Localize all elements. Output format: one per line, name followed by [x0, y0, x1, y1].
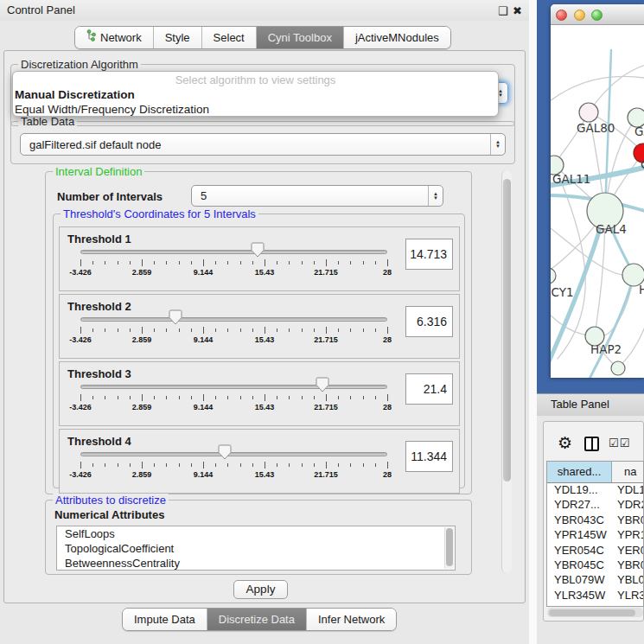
network-edge [551, 76, 644, 104]
tab-label: jActiveMNodules [355, 27, 439, 48]
node-label: H [639, 283, 644, 296]
tab-jactivemnodules[interactable]: jActiveMNodules [343, 27, 450, 48]
settings-scrollbar[interactable] [501, 170, 512, 573]
zoom-traffic-light[interactable] [591, 10, 603, 21]
network-tree-icon [86, 27, 96, 48]
panel-divider [529, 0, 537, 644]
cell-shared-name: YBR045C [547, 558, 612, 573]
attribute-list-item[interactable]: BetweennessCentrality [57, 556, 455, 571]
network-node[interactable] [551, 268, 556, 284]
tab-style[interactable]: Style [153, 27, 201, 48]
algorithm-group-title: Discretization Algorithm [18, 58, 141, 71]
tab-network[interactable]: Network [75, 27, 153, 48]
numerical-attributes-list[interactable]: SelfLoopsTopologicalCoefficientBetweenne… [56, 526, 456, 571]
tab-label: Network [100, 27, 142, 48]
top-tab-bar: NetworkStyleSelectCyni ToolboxjActiveMNo… [74, 26, 451, 49]
num-intervals-value: 5 [192, 189, 428, 202]
table-row[interactable]: YBR045CYBR04 [547, 558, 643, 573]
table-row[interactable]: YIL052CYIL05 [547, 603, 643, 607]
slider-track[interactable] [80, 385, 387, 389]
attribute-list-item[interactable]: TopologicalCoefficient [57, 541, 455, 556]
cell-shared-name: YDR27... [547, 498, 612, 513]
table-data-group-title: Table Data [18, 115, 77, 128]
select-columns-icon[interactable]: ☑☑ [609, 437, 630, 450]
threshold-row: Threshold 4-3.4262.8599.14415.4321.71528… [59, 429, 460, 494]
threshold-value-field[interactable]: 11.344 [405, 441, 453, 472]
network-node[interactable] [579, 103, 598, 122]
cell-shared-name: YBL079W [547, 573, 612, 588]
thresholds-groupbox: Threshold's Coordinates for 5 Intervals … [53, 214, 465, 488]
minimize-traffic-light[interactable] [574, 10, 585, 21]
slider-ticks [80, 394, 387, 402]
node-label: C [641, 157, 644, 171]
tab-label: Infer Network [318, 609, 385, 630]
threshold-label: Threshold 2 [67, 300, 131, 313]
tab-discretize-data[interactable]: Discretize Data [207, 609, 306, 630]
table-panel-title: Table Panel [551, 398, 609, 411]
float-window-icon[interactable]: ❑ [498, 4, 508, 17]
table-row[interactable]: YBL079WYBL07 [547, 573, 643, 588]
table-row[interactable]: YER054CYER05 [547, 544, 643, 558]
close-traffic-light[interactable] [556, 10, 567, 21]
network-window-titlebar[interactable] [551, 4, 644, 25]
close-icon[interactable]: ✖ [513, 4, 522, 17]
table-data-combo[interactable]: galFiltered.sif default node ▲▼ [20, 133, 506, 156]
column-header-shared-name[interactable]: shared... [547, 462, 612, 482]
cell-name: YPR14 [612, 528, 643, 543]
settings-scrollbar-thumb[interactable] [503, 179, 511, 481]
popup-item-manual[interactable]: Manual Discretization [13, 87, 498, 102]
slider-track[interactable] [80, 452, 387, 456]
cell-name: YBR04 [612, 558, 643, 573]
list-scrollbar-thumb[interactable] [446, 528, 453, 566]
algorithm-dropdown-popup: Select algorithm to view settings Manual… [12, 71, 499, 117]
table-row[interactable]: YDL19...YDL19 [547, 483, 643, 498]
cell-shared-name: YIL052C [547, 603, 612, 607]
slider-track[interactable] [80, 317, 387, 322]
threshold-value-field[interactable]: 14.713 [405, 239, 453, 270]
node-label: GAL4 [596, 222, 627, 236]
attribute-list-item[interactable]: SelfLoops [57, 526, 455, 541]
bottom-tab-bar: Impute DataDiscretize DataInfer Network [122, 608, 397, 631]
threshold-value-field[interactable]: 21.4 [405, 373, 453, 405]
apply-button[interactable]: Apply [233, 580, 288, 599]
interval-definition-title: Interval Definition [53, 165, 144, 178]
slider-thumb[interactable] [169, 309, 182, 326]
table-scrollbar-thumb[interactable] [549, 609, 635, 616]
slider-thumb[interactable] [218, 444, 232, 461]
tab-label: Style [165, 27, 190, 48]
table-row[interactable]: YLR345WYLR34 [547, 589, 643, 603]
num-intervals-combo[interactable]: 5 ▲▼ [191, 185, 443, 207]
network-node[interactable] [611, 361, 625, 375]
slider-ticks [80, 327, 387, 335]
tab-select[interactable]: Select [201, 27, 256, 48]
tab-infer-network[interactable]: Infer Network [306, 609, 396, 630]
threshold-row: Threshold 2-3.4262.8599.14415.4321.71528… [59, 294, 460, 359]
network-canvas[interactable]: GAL80GACGAL11GAL4GCY1HHAP2 [551, 26, 644, 378]
thresholds-group-title: Threshold's Coordinates for 5 Intervals [61, 207, 258, 220]
slider-thumb[interactable] [316, 377, 329, 393]
network-graph: GAL80GACGAL11GAL4GCY1HHAP2 [551, 26, 644, 378]
gear-icon[interactable]: ⚙ [558, 433, 572, 453]
tab-cyni-toolbox[interactable]: Cyni Toolbox [256, 27, 343, 48]
slider-track[interactable] [80, 250, 387, 254]
popup-item-equal[interactable]: Equal Width/Frequency Discretization [13, 102, 498, 117]
list-scrollbar[interactable] [444, 527, 454, 569]
table-row[interactable]: YBR043CYBR04 [547, 513, 643, 528]
threshold-label: Threshold 4 [67, 435, 131, 448]
network-edge [589, 62, 644, 112]
table-horizontal-scrollbar[interactable] [547, 608, 643, 617]
table-row[interactable]: YDR27...YDR27 [547, 498, 643, 513]
split-columns-icon[interactable] [584, 437, 599, 451]
threshold-value-field[interactable]: 6.316 [405, 306, 453, 337]
column-header-name[interactable]: na [612, 462, 643, 482]
slider-thumb[interactable] [251, 242, 265, 258]
table-data-groupbox: Table Data galFiltered.sif default node … [10, 121, 515, 164]
cell-name: YLR34 [612, 589, 643, 603]
panel-title: Control Panel [7, 3, 75, 16]
node-label: GCY1 [551, 285, 574, 299]
table-row[interactable]: YPR145WYPR14 [547, 528, 643, 543]
slider-tick-labels: -3.4262.8599.14415.4321.71528 [80, 470, 387, 481]
cell-name: YBL07 [612, 573, 643, 588]
tab-label: Discretize Data [219, 609, 295, 630]
tab-impute-data[interactable]: Impute Data [123, 609, 207, 630]
